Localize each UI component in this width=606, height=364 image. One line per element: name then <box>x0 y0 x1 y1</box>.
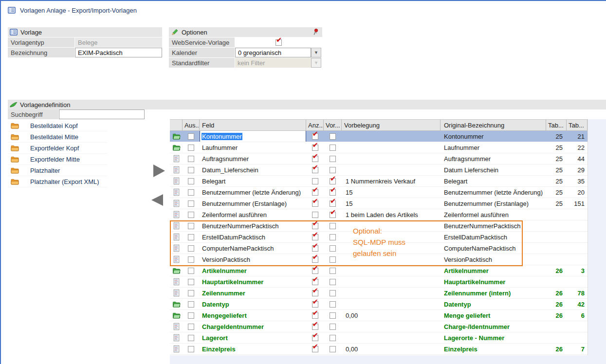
vor-checkbox[interactable]: ✔ <box>330 212 336 218</box>
feld-cell[interactable]: Datum_Lieferschein <box>200 164 306 175</box>
vorbelegung-cell[interactable] <box>342 265 441 276</box>
feld-cell[interactable]: ChargeIdentnummer <box>200 321 306 332</box>
column-header-tabelle[interactable]: Tab... <box>546 119 567 131</box>
vorbelegung-cell[interactable]: 1 Nummernkreis Verkauf <box>342 176 441 186</box>
feld-cell[interactable]: Artikelnummer <box>200 265 306 276</box>
vorbelegung-cell[interactable]: 15 <box>342 198 441 209</box>
anz-checkbox[interactable]: ✔ <box>312 200 318 207</box>
feld-cell[interactable]: Benutzernummer (Erstanlage) <box>200 198 306 209</box>
anz-checkbox[interactable]: ✔ <box>312 223 318 229</box>
table-row[interactable]: Auftragsnummer✔Auftragsnummer2544 <box>170 153 588 164</box>
folder-list-item[interactable]: Bestelldatei Mitte <box>8 131 107 143</box>
table-row[interactable]: Hauptartikelnummer✔Hauptartikelnummer <box>170 276 588 288</box>
vor-checkbox[interactable] <box>330 279 336 285</box>
vor-checkbox[interactable] <box>330 145 336 151</box>
aus-checkbox[interactable] <box>188 167 194 173</box>
folder-list-item[interactable]: Exportfelder Kopf <box>8 143 107 154</box>
table-row[interactable]: ChargeIdentnummer✔Charge-/Identnummer <box>170 321 588 332</box>
vorbelegung-cell[interactable] <box>342 142 441 153</box>
column-header-vorbelegung[interactable]: Vorbelegung <box>342 119 441 131</box>
vorbelegung-cell[interactable] <box>342 164 441 175</box>
anz-checkbox[interactable]: ✔ <box>312 234 318 240</box>
feld-cell[interactable]: VersionPacktisch <box>200 254 306 265</box>
feld-cell[interactable]: BenutzerNummerPacktisch <box>200 220 306 231</box>
feld-cell[interactable]: Laufnummer <box>200 142 306 153</box>
anz-checkbox[interactable]: ✔ <box>312 301 318 308</box>
aus-checkbox[interactable] <box>188 200 194 207</box>
anz-checkbox[interactable] <box>312 212 318 218</box>
anz-checkbox[interactable]: ✔ <box>312 189 318 196</box>
table-row[interactable]: Mengegeliefert✔0,00Menge geliefert266 <box>170 310 588 321</box>
table-row[interactable]: Datentyp✔Datentyp2642 <box>170 299 588 310</box>
vor-checkbox[interactable] <box>330 223 336 229</box>
column-header-original[interactable]: Original-Bezeichnung <box>441 119 546 131</box>
anz-checkbox[interactable]: ✔ <box>312 145 318 151</box>
feld-cell[interactable]: Auftragsnummer <box>200 153 306 164</box>
aus-checkbox[interactable] <box>188 178 194 184</box>
table-row[interactable]: Laufnummer✔Laufnummer2522 <box>170 142 588 153</box>
vor-checkbox[interactable] <box>330 133 336 140</box>
folder-list-item[interactable]: Platzhalter <box>8 165 107 176</box>
aus-checkbox[interactable] <box>188 212 194 218</box>
feld-cell[interactable]: Benutzernummer (letzte Änderung) <box>200 187 306 198</box>
column-header-feld[interactable]: Feld <box>200 119 306 131</box>
column-header-tabellenfeld[interactable]: Tab... <box>567 119 588 131</box>
move-right-button[interactable] <box>153 164 165 177</box>
column-header-aus[interactable]: Aus... <box>183 119 200 131</box>
pushpin-icon[interactable] <box>312 28 319 36</box>
table-row[interactable]: Lagerort✔Lagerorte - Nummer <box>170 332 588 344</box>
table-row[interactable]: Zeilennummer✔Zeilennummer (intern)2678 <box>170 288 588 299</box>
aus-checkbox[interactable] <box>188 189 194 196</box>
vorbelegung-cell[interactable] <box>342 131 441 142</box>
kalender-dropdown-button[interactable]: ▼ <box>311 48 321 57</box>
aus-checkbox[interactable] <box>188 335 194 341</box>
vor-checkbox[interactable] <box>330 324 336 330</box>
bezeichnung-input[interactable]: EXIM-Packtisch <box>75 48 162 57</box>
feld-cell[interactable]: Hauptartikelnummer <box>200 276 306 287</box>
vorbelegung-cell[interactable]: 0,00 <box>342 344 441 354</box>
vor-checkbox[interactable] <box>330 156 336 162</box>
vor-checkbox[interactable] <box>330 167 336 173</box>
table-row[interactable]: Zeilenformel ausführen✔1 beim Laden des … <box>170 209 588 220</box>
vor-checkbox[interactable] <box>330 268 336 274</box>
anz-checkbox[interactable]: ✔ <box>312 290 318 296</box>
feld-cell[interactable]: ErstellDatumPacktisch <box>200 232 306 242</box>
vor-checkbox[interactable]: ✔ <box>330 200 336 207</box>
anz-checkbox[interactable]: ✔ <box>312 312 318 319</box>
vor-checkbox[interactable] <box>330 346 336 352</box>
feld-cell[interactable]: Datentyp <box>200 299 306 309</box>
feld-cell[interactable]: Einzelpreis <box>200 344 306 354</box>
vorbelegung-cell[interactable]: 0,00 <box>342 310 441 321</box>
suchbegriff-input[interactable] <box>59 109 145 119</box>
feld-cell[interactable]: Belegart <box>200 176 306 186</box>
vorbelegung-cell[interactable] <box>342 299 441 309</box>
vor-checkbox[interactable] <box>330 335 336 341</box>
folder-list-item[interactable]: Exportfelder Mitte <box>8 154 107 165</box>
anz-checkbox[interactable]: ✔ <box>312 256 318 263</box>
feld-cell[interactable]: Kontonummer <box>200 131 306 142</box>
aus-checkbox[interactable] <box>188 324 194 330</box>
anz-checkbox[interactable]: ✔ <box>312 245 318 252</box>
aus-checkbox[interactable] <box>188 279 194 285</box>
table-row[interactable]: Benutzernummer (Erstanlage)✔✔15Benutzern… <box>170 198 588 209</box>
column-header-anz[interactable]: Anz... <box>306 119 324 131</box>
aus-checkbox[interactable] <box>188 245 194 252</box>
feld-edit-box[interactable]: Kontonummer <box>200 131 306 142</box>
feld-cell[interactable]: Lagerort <box>200 332 306 343</box>
anz-checkbox[interactable]: ✔ <box>312 279 318 285</box>
table-row[interactable]: Kontonummer✔Kontonummer2521 <box>170 131 588 142</box>
vor-checkbox[interactable]: ✔ <box>330 178 336 184</box>
vorbelegung-cell[interactable]: 15 <box>342 187 441 198</box>
anz-checkbox[interactable]: ✔ <box>312 167 318 173</box>
vor-checkbox[interactable]: ✔ <box>330 189 336 196</box>
column-header-icon[interactable] <box>170 119 183 131</box>
aus-checkbox[interactable] <box>188 256 194 263</box>
move-left-button[interactable] <box>151 194 163 206</box>
vor-checkbox[interactable] <box>330 312 336 319</box>
feld-cell[interactable]: Zeilenformel ausführen <box>200 209 306 220</box>
vor-checkbox[interactable] <box>330 301 336 308</box>
aus-checkbox[interactable] <box>188 312 194 319</box>
aus-checkbox[interactable] <box>188 145 194 151</box>
vor-checkbox[interactable] <box>330 256 336 263</box>
table-row[interactable]: Belegart✔1 Nummernkreis VerkaufBelegart2… <box>170 176 588 187</box>
